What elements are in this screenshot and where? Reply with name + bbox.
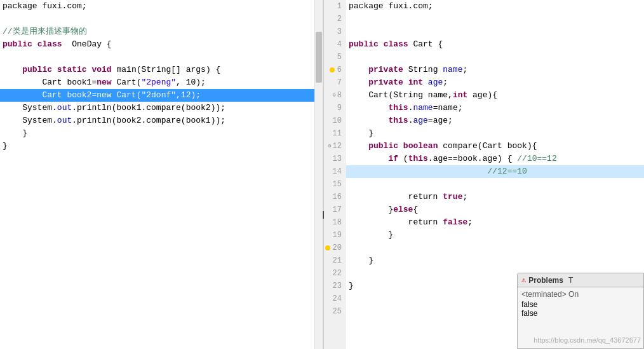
problems-body: <terminated> On false false: [518, 287, 643, 320]
right-gutter-line-19: 19: [324, 229, 344, 242]
right-gutter-line-22: 22: [324, 267, 344, 280]
right-gutter-line-13: 13: [324, 153, 344, 165]
right-line-20: [346, 242, 644, 254]
line-number: 2: [337, 13, 342, 25]
line-number: 24: [333, 292, 342, 305]
right-gutter-line-15: 15: [324, 178, 344, 191]
right-line-6: private String name;: [346, 64, 644, 76]
right-line-16: return true;: [346, 191, 644, 203]
terminated-text: <terminated> On: [521, 290, 640, 299]
fold-marker[interactable]: ⊖: [328, 140, 331, 153]
right-gutter-line-16: 16: [324, 191, 344, 203]
problems-icon: ⚠: [521, 275, 526, 285]
left-code-area: package fuxi.com; //类是用来描述事物的public clas…: [0, 0, 323, 349]
problems-title: Problems: [528, 276, 563, 285]
right-gutter-line-21: 21: [324, 254, 344, 267]
right-line-5: [346, 51, 644, 64]
right-line-1: package fuxi.com;: [346, 0, 644, 13]
right-gutter-line-6: 6: [324, 64, 344, 76]
line-number: 1: [337, 0, 342, 13]
line-number: 21: [333, 254, 342, 267]
right-gutter-line-1: 1: [324, 0, 344, 13]
left-line-1: package fuxi.com;: [0, 0, 314, 13]
line-number: 15: [333, 178, 342, 191]
right-gutter-line-20: 20: [324, 242, 344, 254]
line-number: 23: [333, 280, 342, 292]
right-line-17: }else{: [346, 203, 644, 216]
line-number: 7: [337, 76, 342, 89]
right-line-7: private int age;: [346, 76, 644, 89]
right-gutter-line-17: 17: [324, 203, 344, 216]
watermark: https://blog.csdn.me/qq_43672677: [533, 336, 641, 344]
right-gutter-line-14: 14: [324, 165, 344, 178]
right-line-3: [346, 25, 644, 38]
right-line-11: }: [346, 127, 644, 140]
right-gutter-line-9: 9: [324, 102, 344, 114]
right-gutter-line-10: 10: [324, 114, 344, 127]
line-number: 3: [337, 25, 342, 38]
right-gutter-line-2: 2: [324, 13, 344, 25]
left-line-3: //类是用来描述事物的: [0, 25, 314, 38]
scroll-thumb[interactable]: [316, 32, 322, 83]
editor-container: package fuxi.com; //类是用来描述事物的public clas…: [0, 0, 644, 349]
left-scrollbar[interactable]: [314, 0, 323, 349]
left-line-8: Cart book2=new Cart("2donf",12);: [0, 89, 314, 102]
output-line-2: false: [521, 309, 640, 318]
right-gutter-line-12: ⊖12: [324, 140, 344, 153]
line-number: 8: [337, 89, 342, 102]
right-line-14: //12==10: [346, 165, 644, 178]
right-gutter-line-7: 7: [324, 76, 344, 89]
line-number: 13: [333, 153, 342, 165]
right-gutter-line-25: 25: [324, 305, 344, 318]
right-line-9: this.name=name;: [346, 102, 644, 114]
left-line-7: Cart book1=new Cart("2peng", 10);: [0, 76, 314, 89]
left-line-4: public class OneDay {: [0, 38, 314, 51]
right-gutter-line-5: 5: [324, 51, 344, 64]
fold-marker[interactable]: ⊖: [332, 89, 335, 102]
right-gutter-line-3: 3: [324, 25, 344, 38]
left-line-11: }: [0, 127, 314, 140]
left-line-6: public static void main(String[] args) {: [0, 64, 314, 76]
gutter-dot: [330, 67, 335, 72]
left-line-9: System.out.println(book1.compare(book2))…: [0, 102, 314, 114]
gutter-dot: [325, 245, 330, 250]
line-number: 19: [333, 229, 342, 242]
right-gutter-line-23: 23: [324, 280, 344, 292]
line-number: 25: [333, 305, 342, 318]
left-line-12: }: [0, 140, 314, 153]
right-gutter-line-18: 18: [324, 216, 344, 229]
output-line-1: false: [521, 300, 640, 309]
right-gutter-line-24: 24: [324, 292, 344, 305]
right-line-19: }: [346, 229, 644, 242]
left-line-2: [0, 13, 314, 25]
right-line-8: Cart(String name,int age){: [346, 89, 644, 102]
right-gutter-line-4: 4: [324, 38, 344, 51]
line-number: 16: [333, 191, 342, 203]
line-number: 5: [337, 51, 342, 64]
right-line-13: if (this.age==book.age) { //10==12: [346, 153, 644, 165]
line-number: 14: [333, 165, 342, 178]
right-gutter-line-11: 11: [324, 127, 344, 140]
right-line-2: [346, 13, 644, 25]
line-number: 9: [337, 102, 342, 114]
right-gutter: 1234567⊖891011⊖1213141516171819202122232…: [324, 0, 346, 349]
line-number: 17: [333, 203, 342, 216]
line-number: 4: [337, 38, 342, 51]
line-number: 10: [333, 114, 342, 127]
line-number: 20: [333, 242, 342, 254]
line-number: 18: [333, 216, 342, 229]
problems-tab[interactable]: T: [568, 276, 573, 285]
right-panel: 1234567⊖891011⊖1213141516171819202122232…: [324, 0, 644, 349]
right-line-21: }: [346, 254, 644, 267]
right-line-15: [346, 178, 644, 191]
line-number: 6: [337, 64, 342, 76]
line-number: 12: [333, 140, 342, 153]
right-gutter-line-8: ⊖8: [324, 89, 344, 102]
right-line-10: this.age=age;: [346, 114, 644, 127]
line-number: 11: [333, 127, 342, 140]
line-number: 22: [333, 267, 342, 280]
cursor-indicator: I: [322, 210, 325, 221]
problems-header: ⚠ Problems T: [518, 273, 643, 287]
left-panel: package fuxi.com; //类是用来描述事物的public clas…: [0, 0, 324, 349]
left-line-5: [0, 51, 314, 64]
